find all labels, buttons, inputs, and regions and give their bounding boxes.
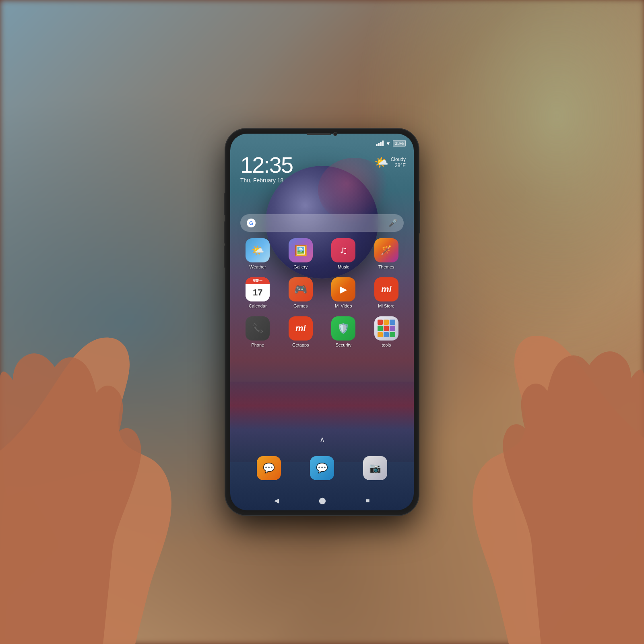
gallery-app-label: Gallery xyxy=(293,264,308,269)
search-bar[interactable]: G 🎤 xyxy=(240,214,404,232)
getapps-app-label: Getapps xyxy=(292,343,309,347)
dock-app-2[interactable]: 💬 xyxy=(306,456,338,482)
tools-app-label: tools xyxy=(382,343,391,347)
app-tools[interactable]: tools xyxy=(370,316,402,347)
mivideo-icon-glyph: ▶ xyxy=(340,284,347,295)
getapps-icon-glyph: mi xyxy=(295,323,306,334)
dock-icon-2-glyph: 💬 xyxy=(316,462,328,474)
status-right: ▼ 33% xyxy=(376,140,406,147)
tools-icon-grid xyxy=(374,316,398,341)
nav-home-button[interactable]: ⬤ xyxy=(319,497,326,504)
mivideo-app-label: Mi Video xyxy=(335,303,352,308)
google-logo: G xyxy=(247,219,256,227)
phone-screen: ▼ 33% 12:35 Thu, February 18 🌤️ Cloudy 2… xyxy=(230,134,414,510)
signal-icon xyxy=(376,140,384,146)
calendar-month-label: 星期一 xyxy=(253,279,262,283)
calendar-icon-inner: 星期一 17 xyxy=(246,277,270,301)
security-app-icon: 🛡️ xyxy=(331,316,355,341)
weather-description: Cloudy xyxy=(391,157,406,162)
music-icon-glyph: ♫ xyxy=(339,244,348,257)
phone-outer: ▼ 33% 12:35 Thu, February 18 🌤️ Cloudy 2… xyxy=(225,129,419,515)
app-mistore[interactable]: mi Mi Store xyxy=(370,277,402,308)
mistore-app-icon: mi xyxy=(374,277,398,301)
mistore-icon-glyph: mi xyxy=(381,284,392,295)
app-music[interactable]: ♫ Music xyxy=(327,238,359,269)
dock-icon-3: 📷 xyxy=(363,456,387,480)
dock-icon-1-glyph: 💬 xyxy=(263,462,275,474)
calendar-header: 星期一 xyxy=(246,277,270,284)
clock-time: 12:35 xyxy=(240,154,293,176)
mivideo-app-icon: ▶ xyxy=(331,277,355,301)
themes-app-icon: 🪄 xyxy=(374,238,398,262)
weather-app-icon-glyph: 🌤️ xyxy=(251,244,264,257)
music-app-label: Music xyxy=(338,264,349,269)
gallery-app-icon: 🖼️ xyxy=(289,238,313,262)
dock: 💬 💬 📷 xyxy=(230,456,414,482)
notch xyxy=(307,132,337,136)
themes-app-label: Themes xyxy=(378,264,394,269)
nav-back-button[interactable]: ■ xyxy=(366,497,370,504)
dock-app-3[interactable]: 📷 xyxy=(359,456,391,482)
tools-app-icon xyxy=(374,316,398,341)
app-security[interactable]: 🛡️ Security xyxy=(327,316,359,347)
app-getapps[interactable]: mi Getapps xyxy=(285,316,317,347)
calendar-day: 17 xyxy=(253,288,262,297)
phone-app-label: Phone xyxy=(251,343,264,347)
weather-app-label: Weather xyxy=(250,264,266,269)
security-icon-glyph: 🛡️ xyxy=(337,323,349,334)
search-mic-icon[interactable]: 🎤 xyxy=(388,219,397,227)
dock-app-1[interactable]: 💬 xyxy=(253,456,285,482)
app-phone[interactable]: 📞 Phone xyxy=(242,316,274,347)
dock-arrow[interactable]: ∧ xyxy=(320,435,325,444)
nav-recent-button[interactable]: ◀ xyxy=(274,497,279,504)
games-icon-glyph: 🎮 xyxy=(294,283,307,296)
music-app-icon: ♫ xyxy=(331,238,355,262)
app-row-2: 星期一 17 Calendar 🎮 xyxy=(236,277,408,308)
app-row-1: 🌤️ Weather 🖼️ Gallery ♫ M xyxy=(236,238,408,269)
app-mivideo[interactable]: ▶ Mi Video xyxy=(327,277,359,308)
calendar-body: 17 xyxy=(246,284,270,301)
getapps-app-icon: mi xyxy=(289,316,313,341)
status-bar: ▼ 33% xyxy=(230,134,414,150)
phone-app-icon: 📞 xyxy=(246,316,270,341)
mistore-app-label: Mi Store xyxy=(378,303,394,308)
clock-date: Thu, February 18 xyxy=(240,177,293,184)
weather-temperature: 28°F xyxy=(394,162,406,168)
nav-bar: ◀ ⬤ ■ xyxy=(230,497,414,504)
dock-icon-1: 💬 xyxy=(257,456,281,480)
speaker-grille xyxy=(307,133,331,135)
weather-condition-icon: 🌤️ xyxy=(374,156,388,169)
gallery-icon-glyph: 🖼️ xyxy=(294,244,307,257)
app-games[interactable]: 🎮 Games xyxy=(285,277,317,308)
dock-icon-3-glyph: 📷 xyxy=(369,462,381,474)
app-gallery[interactable]: 🖼️ Gallery xyxy=(285,238,317,269)
security-app-label: Security xyxy=(335,343,351,347)
wallpaper-ripple xyxy=(230,382,414,462)
app-row-3: 📞 Phone mi Getapps 🛡️ Sec xyxy=(236,316,408,347)
battery-icon: 33% xyxy=(393,140,406,147)
front-camera xyxy=(333,132,337,136)
weather-widget: 🌤️ Cloudy 28°F xyxy=(374,156,406,169)
phone-icon-glyph: 📞 xyxy=(252,323,263,334)
weather-info: Cloudy 28°F xyxy=(391,157,406,168)
wifi-icon: ▼ xyxy=(386,140,391,147)
app-grid: 🌤️ Weather 🖼️ Gallery ♫ M xyxy=(230,238,414,355)
games-app-icon: 🎮 xyxy=(289,277,313,301)
app-themes[interactable]: 🪄 Themes xyxy=(370,238,402,269)
themes-icon-glyph: 🪄 xyxy=(381,245,392,256)
calendar-app-icon: 星期一 17 xyxy=(246,277,270,301)
dock-icon-2: 💬 xyxy=(310,456,334,480)
clock-area: 12:35 Thu, February 18 xyxy=(240,154,293,184)
weather-app-icon: 🌤️ xyxy=(246,238,270,262)
app-calendar[interactable]: 星期一 17 Calendar xyxy=(242,277,274,308)
app-weather[interactable]: 🌤️ Weather xyxy=(242,238,274,269)
calendar-app-label: Calendar xyxy=(249,303,267,308)
games-app-label: Games xyxy=(293,303,308,308)
phone-container: ▼ 33% 12:35 Thu, February 18 🌤️ Cloudy 2… xyxy=(225,129,419,515)
